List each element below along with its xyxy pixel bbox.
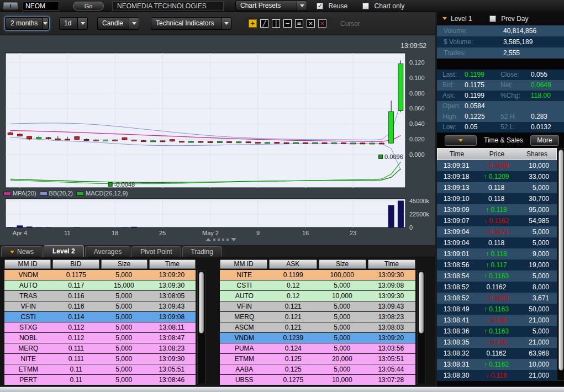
ask-scroll-thumb[interactable] [419,272,424,333]
x-axis-tick: May 2 [194,230,227,236]
bid-row[interactable]: TRAS0.1165,00013:08:05 [4,291,196,301]
level2-panel: MM IDBIDSizeTime VNDM0.11755,00013:09:20… [0,257,435,386]
crosshair-tool-icon[interactable]: + [249,19,257,28]
ts-time: 13:09:09 [437,204,476,215]
bid-header-time[interactable]: Time [149,259,196,269]
bid-header-bid[interactable]: BID [52,259,99,269]
bid-header-size[interactable]: Size [101,259,147,269]
quote-value: 0.05 [465,122,500,133]
symbol-input[interactable] [23,2,59,10]
go-button[interactable]: Go [73,2,104,10]
tab-label: Trading [191,247,213,257]
ask-row[interactable]: MERQ0.1215,00013:08:23 [220,312,415,322]
ask-row[interactable]: ASCM0.1215,00013:08:03 [220,322,415,332]
tab-trading[interactable]: Trading [182,246,222,257]
company-name: NEOMEDIA TECHNOLOGIES [112,1,224,11]
trend-line-tool-icon[interactable]: ╱ [260,19,268,28]
quote-value: 0.1175 [465,80,500,91]
info-label: Volume: [437,25,503,36]
horizontal-line-tool-icon[interactable]: ─ [283,19,292,28]
interval-dropdown[interactable]: 1d [59,17,88,30]
bid-row[interactable]: MERQ0.1115,00013:08:23 [4,343,196,353]
ask-table-scrollbar[interactable] [417,270,425,384]
bid-cell-size: 5,000 [100,333,148,343]
ts-row: 13:09:31↓ 0.119910,000 [437,160,557,171]
chart-style-arrow[interactable] [129,18,139,29]
ask-header-time[interactable]: Time [368,259,415,269]
interval-arrow[interactable] [77,18,87,29]
tab-news[interactable]: News [1,246,43,257]
ts-row: 13:08:320.116263,968 [437,348,557,359]
ask-row[interactable]: ETMM0.12520,00013:05:51 [220,354,415,364]
time-column-header[interactable]: Time [438,149,476,160]
shares-column-header[interactable]: Shares [518,149,556,160]
ask-header-ask[interactable]: ASK [269,259,317,269]
bid-row[interactable]: AUTO0.11715,00013:09:30 [4,280,196,290]
splitter-down-icon[interactable] [231,238,236,241]
time-sales-scrollbar[interactable] [557,148,564,381]
bid-row[interactable]: NITE0.1115,00013:09:30 [4,354,196,364]
parallel-lines-tool-icon[interactable]: ≡ [295,19,303,28]
ask-cell-mm: AUTO [220,291,269,301]
price-chart[interactable]: 0.1200.1000.0800.0600.0400.0200.000-0.00… [0,50,435,190]
ts-row: 13:09:040.1185,000 [437,237,557,248]
remove-line-tool-icon[interactable]: ✕ [307,19,315,28]
bid-row[interactable]: VNDM0.11755,00013:09:20 [4,270,196,280]
ask-row[interactable]: VNDM0.12395,00013:09:20 [220,333,415,343]
range-arrow[interactable] [42,18,48,29]
volume-chart[interactable]: 45000k22500k0 [0,198,435,230]
splitter-control[interactable] [196,238,246,241]
time-sales-scroll-thumb[interactable] [558,150,563,370]
quote-label: Last: [437,70,465,80]
bid-row[interactable]: VFIN0.1165,00013:09:43 [4,301,196,311]
chart-presets-arrow[interactable] [297,1,307,10]
ask-row[interactable]: VFIN0.1215,00013:09:43 [220,301,415,311]
chart-only-checkbox[interactable] [362,3,369,9]
ask-row[interactable]: UBSS0.127510,00013:07:28 [220,375,415,385]
remove-all-lines-tool-icon[interactable]: ✕ [318,19,326,28]
ts-shares: 21,000 [517,370,557,381]
ask-row[interactable]: NITE0.1199100,00013:09:30 [220,270,415,280]
bid-row[interactable]: STXG0.1125,00013:08:11 [4,322,196,332]
splitter-up-icon[interactable] [205,238,211,241]
bid-row[interactable]: NOBL0.1125,00013:08:47 [4,333,196,343]
info-row: $ Volume:3,585,189 [437,36,564,47]
vertical-line-tool-icon[interactable]: │ [272,19,280,28]
collapse-icon[interactable] [442,17,447,20]
ask-header-size[interactable]: Size [319,259,366,269]
ts-price: ↑ 0.117 [476,259,517,271]
bid-header-mm-id[interactable]: MM ID [4,259,51,269]
bid-row[interactable]: CSTI0.1145,00013:09:08 [4,312,196,322]
tab-averages[interactable]: Averages [85,246,130,257]
prev-day-checkbox[interactable] [489,15,496,22]
technical-indicators-dropdown[interactable]: Technical Indicators [151,17,231,30]
ask-header-mm-id[interactable]: MM ID [220,259,267,269]
tab-label: News [17,247,34,257]
range-dropdown[interactable]: 2 months [6,17,49,30]
bottom-tab-bar: NewsLevel 2AveragesPivot PointTrading [0,245,435,257]
ask-row[interactable]: AABA0.1255,00013:05:44 [220,364,415,374]
tab-level-2[interactable]: Level 2 [44,245,84,257]
chart-style-dropdown[interactable]: Candle [97,17,139,30]
bid-table-scrollbar[interactable] [197,270,205,384]
time-sales-dropdown-button[interactable] [445,135,477,146]
bid-row[interactable]: PERT0.115,00013:08:46 [4,375,196,385]
technical-indicators-arrow[interactable] [221,18,231,29]
more-button[interactable]: More [530,135,559,146]
chevron-down-icon [132,22,136,25]
ask-cell-size: 20,000 [318,354,367,364]
chart-presets-dropdown[interactable]: Chart Presets [235,1,307,11]
ts-price: ↓ 0.1162 [476,215,517,226]
bid-row[interactable]: ETMM0.115,00013:05:51 [4,364,196,374]
reuse-checkbox[interactable] [317,3,323,9]
x-axis-labels: Apr 4111825May 291623 [0,230,435,237]
ask-row[interactable]: AUTO0.1210,00013:09:30 [220,291,415,301]
price-column-header[interactable]: Price [476,149,518,160]
tab-pivot-point[interactable]: Pivot Point [131,246,181,257]
bid-scroll-thumb[interactable] [199,272,204,333]
ask-row[interactable]: CSTI0.125,00013:09:08 [220,280,415,290]
chevron-down-icon [458,139,463,142]
ask-row[interactable]: PUMA0.1245,00013:03:56 [220,343,415,353]
svg-text:0.0096: 0.0096 [384,153,403,160]
svg-text:0.040: 0.040 [409,120,425,127]
